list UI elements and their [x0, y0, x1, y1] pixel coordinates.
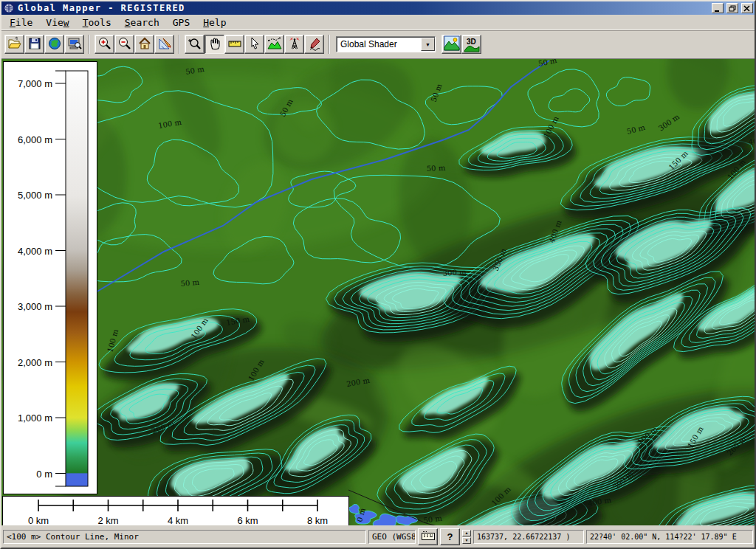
antenna-icon [287, 36, 302, 53]
configure-display-button[interactable] [64, 35, 84, 54]
zoom-out-button[interactable] [114, 35, 134, 54]
zoom-in-button[interactable] [94, 35, 114, 54]
legend-tick-label: 2,000 m [18, 357, 52, 368]
legend-tick-label: 6,000 m [18, 134, 52, 145]
menu-search[interactable]: Search [118, 15, 166, 30]
scalebar-label: 4 km [168, 515, 188, 525]
view-3d-label: 3D [467, 38, 476, 46]
status-projection: GEO (WGS84 [368, 530, 416, 544]
global-mapper-window: Global Mapper - REGISTERED FileViewTools… [0, 0, 756, 549]
hill-3d-icon [464, 46, 479, 52]
view-shed-button[interactable] [284, 35, 304, 54]
elevation-legend: 7,000 m6,000 m5,000 m4,000 m3,000 m2,000… [3, 61, 97, 494]
contour-label: 400 m [748, 136, 755, 146]
open-file-button[interactable] [4, 35, 24, 54]
hand-icon [207, 36, 222, 53]
legend-tick-label: 5,000 m [18, 190, 52, 201]
select-tool-button[interactable] [244, 35, 264, 54]
save-button[interactable] [24, 35, 44, 54]
title-bar[interactable]: Global Mapper - REGISTERED [1, 1, 755, 15]
scale-bar: 0 km2 km4 km6 km8 km [2, 496, 349, 525]
legend-tick-label: 0 m [36, 469, 52, 480]
restore-button[interactable] [726, 3, 738, 13]
measure-tool-button[interactable] [224, 35, 244, 54]
scalebar-label: 2 km [97, 515, 118, 525]
menu-help[interactable]: Help [196, 15, 233, 30]
terrain-profile-icon [267, 36, 282, 53]
legend-tick-label: 1,000 m [18, 412, 52, 424]
path-profile-button[interactable] [264, 35, 284, 54]
status-bar: <100 m> Contour Line, Minor GEO (WGS84 ?… [1, 525, 755, 548]
drafting-triangle-icon [157, 36, 172, 53]
floppy-disk-icon [27, 36, 42, 53]
close-button[interactable] [741, 3, 753, 13]
overlay-control-button[interactable] [44, 35, 64, 54]
open-folder-icon [7, 36, 22, 53]
globe-icon [47, 36, 62, 53]
contour-label: 300 m [442, 268, 467, 277]
shader-select[interactable]: Global Shader ▼ [336, 36, 436, 52]
toolbar: Global Shader ▼ 3D [1, 30, 755, 58]
shader-select-value: Global Shader [340, 39, 397, 49]
menu-view[interactable]: View [39, 15, 75, 30]
help-button[interactable]: ? [440, 528, 460, 545]
window-title: Global Mapper - REGISTERED [18, 3, 709, 13]
full-view-button[interactable] [134, 35, 154, 54]
keyboard-button[interactable] [418, 528, 438, 545]
toolbar-separator [329, 35, 330, 54]
show-images-button[interactable] [441, 35, 461, 54]
keyboard-icon [422, 531, 435, 542]
coordinate-spinner[interactable]: ▲ ▼ [462, 530, 471, 544]
contour-label: 50 m [180, 278, 200, 288]
status-latlon: 22?40' 02.00" N, 114?22' 17.89" E [586, 530, 753, 544]
legend-tick-label: 3,000 m [18, 301, 52, 312]
digitizer-button[interactable] [304, 35, 324, 54]
zoom-in-icon [97, 36, 112, 53]
menu-tools[interactable]: Tools [76, 15, 118, 30]
combo-dropdown-arrow-icon[interactable]: ▼ [421, 38, 435, 51]
menu-file[interactable]: File [3, 15, 39, 30]
ruler-icon [227, 36, 242, 53]
menu-gps[interactable]: GPS [166, 15, 196, 30]
legend-tick-label: 7,000 m [18, 78, 52, 89]
contour-label: 50 m [427, 164, 446, 173]
scalebar-label: 8 km [307, 515, 328, 525]
status-feature-text: <100 m> Contour Line, Minor [3, 530, 366, 544]
arrow-cursor-icon [247, 36, 262, 53]
view-3d-button[interactable]: 3D [461, 35, 481, 54]
menu-bar: FileViewToolsSearchGPSHelp [1, 15, 755, 30]
status-coordinates: 163737, 22.66722137 ) [473, 530, 584, 544]
spinner-down-icon[interactable]: ▼ [462, 537, 471, 544]
home-icon [137, 36, 152, 53]
scalebar-label: 0 km [28, 515, 49, 525]
toolbar-separator [89, 35, 90, 54]
pan-tool-button[interactable] [205, 35, 224, 54]
map-client-area: 50 m100 m50 m50 m50 m50 m100 m50 m300 m4… [1, 58, 755, 525]
spinner-up-icon[interactable]: ▲ [462, 530, 471, 536]
measure-setup-button[interactable] [154, 35, 174, 54]
scalebar-label: 6 km [237, 515, 258, 525]
zoom-out-icon [117, 36, 132, 53]
pencil-icon [307, 36, 322, 53]
landscape-image-icon [444, 35, 460, 53]
map-canvas[interactable]: 50 m100 m50 m50 m50 m50 m100 m50 m300 m4… [1, 59, 755, 525]
monitor-magnifier-icon [67, 36, 82, 53]
toolbar-separator [179, 35, 180, 54]
legend-tick-label: 4,000 m [18, 246, 52, 257]
magnifier-plus-icon [188, 36, 202, 53]
app-icon [3, 3, 15, 13]
zoom-tool-button[interactable] [185, 35, 205, 54]
minimize-button[interactable] [712, 3, 724, 13]
